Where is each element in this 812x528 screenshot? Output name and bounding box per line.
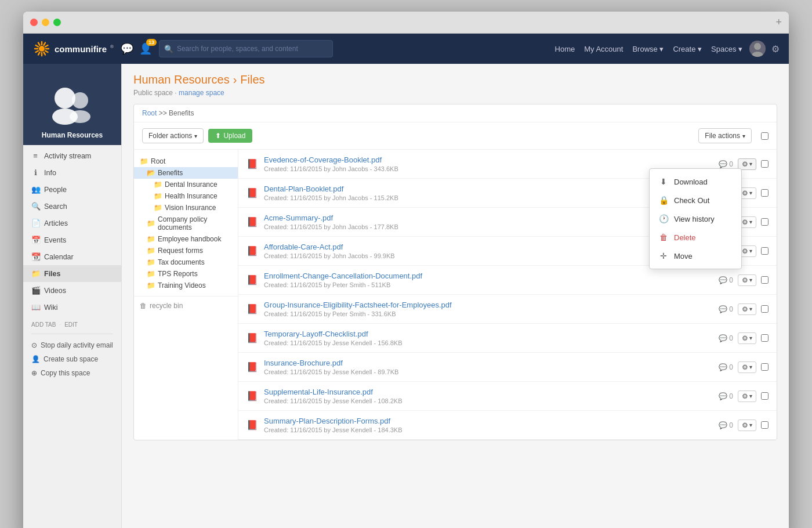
file-checkbox[interactable] [761,421,768,429]
nav-home[interactable]: Home [555,45,575,53]
gear-button[interactable]: ⚙ ▾ [738,361,756,373]
manage-space-link[interactable]: manage space [179,89,224,97]
file-name[interactable]: Summary-Plan-Description-Forms.pdf [264,417,713,425]
sidebar-item-activity[interactable]: ≡ Activity stream [23,147,121,164]
company-policy-label: Company policy documents [158,215,232,232]
context-menu-checkout[interactable]: 🔒 Check Out [650,191,741,209]
sidebar-item-videos[interactable]: 🎬 Videos [23,282,121,299]
file-name[interactable]: Group-Insurance-Eligibility-Factsheet-fo… [264,301,713,309]
folder-actions-label: Folder actions [148,132,192,140]
file-actions-right: 💬 0 ⚙ ▾ [719,390,768,402]
notifications-icon[interactable]: 👤 13 [139,42,152,55]
file-checkbox[interactable] [761,218,768,226]
sidebar-item-info[interactable]: ℹ Info [23,164,121,181]
sidebar-item-wiki[interactable]: 📖 Wiki [23,299,121,316]
svg-line-4 [45,51,48,53]
sidebar-item-files[interactable]: 📁 Files [23,265,121,282]
recycle-bin-item[interactable]: 🗑 recycle bin [140,300,232,312]
svg-line-2 [45,45,48,47]
breadcrumb-space[interactable]: Human Resources [133,73,230,86]
file-info: Enrollment-Change-Cancellation-Document.… [264,272,713,288]
file-checkbox[interactable] [761,363,768,371]
sidebar-item-create-subspace[interactable]: 👤 Create sub space [23,352,121,366]
select-all-checkbox[interactable] [761,132,768,140]
context-menu-history[interactable]: 🕐 View history [650,209,741,228]
minimize-button[interactable] [42,19,49,26]
context-menu-move[interactable]: ✛ Move [650,247,741,265]
avatar[interactable] [749,41,766,57]
file-checkbox[interactable] [761,189,768,197]
file-actions-button[interactable]: File actions ▾ [698,128,752,143]
history-label: View history [674,215,715,223]
file-checkbox[interactable] [761,334,768,342]
file-name[interactable]: Enrollment-Change-Cancellation-Document.… [264,272,713,280]
pdf-icon: 📕 [246,419,258,431]
maximize-button[interactable] [53,19,61,26]
gear-button[interactable]: ⚙ ▾ [738,390,756,402]
file-checkbox[interactable] [761,247,768,255]
file-checkbox[interactable] [761,276,768,284]
tree-tax-documents[interactable]: 📁 Tax documents [134,256,238,268]
sidebar-item-people[interactable]: 👥 People [23,181,121,198]
file-name[interactable]: Supplemental-Life-Insurance.pdf [264,388,713,396]
sidebar-item-articles[interactable]: 📄 Articles [23,215,121,232]
svg-line-10 [36,45,38,47]
file-checkbox[interactable] [761,392,768,400]
sidebar-item-copy-space[interactable]: ⊕ Copy this space [23,366,121,380]
gear-button[interactable]: ⚙ ▾ [738,303,756,315]
tree-training-videos[interactable]: 📁 Training Videos [134,280,238,291]
sidebar-item-search[interactable]: 🔍 Search [23,198,121,215]
file-name[interactable]: Evedence-of-Coverage-Booklet.pdf [264,155,713,164]
folder-actions-button[interactable]: Folder actions ▾ [142,128,204,143]
tree-employee-handbook[interactable]: 📁 Employee handbook [134,233,238,245]
file-name[interactable]: Dental-Plan-Booklet.pdf [264,185,713,193]
sidebar-label-events: Events [44,236,66,244]
sidebar-label-videos: Videos [44,287,66,295]
separator: · [59,321,61,328]
context-menu-download[interactable]: ⬇ Download [650,172,741,191]
logo-text: communifire [55,44,107,54]
nav-spaces[interactable]: Spaces ▾ [711,45,742,53]
file-checkbox[interactable] [761,305,768,313]
tree-tps-reports[interactable]: 📁 TPS Reports [134,268,238,280]
search-input[interactable] [177,45,328,53]
nav-my-account[interactable]: My Account [584,45,623,53]
sidebar-item-stop-email[interactable]: ⊙ Stop daily activity email [23,338,121,352]
root-link[interactable]: Root [142,109,157,117]
space-avatar [46,79,99,131]
tree-vision[interactable]: 📁 Vision Insurance [134,202,238,214]
upload-button[interactable]: ⬆ Upload [208,129,252,143]
tree-company-policy[interactable]: 📁 Company policy documents [134,214,238,233]
tree-dental[interactable]: 📁 Dental Insurance [134,179,238,190]
benefits-icon: 📂 [147,169,155,177]
close-button[interactable] [30,19,38,26]
chat-icon[interactable]: 💬 [121,42,133,55]
tree-benefits[interactable]: 📂 Benefits [134,167,238,179]
settings-icon[interactable]: ⚙ [771,44,780,55]
add-tab-label[interactable]: ADD TAB [31,321,56,328]
tree-root[interactable]: 📁 Root [134,155,238,167]
file-name[interactable]: Insurance-Brochure.pdf [264,359,713,367]
upload-icon: ⬆ [215,132,221,140]
file-actions-right: 💬 0 ⚙ ▾ [719,361,768,373]
gear-button[interactable]: ⚙ ▾ [738,419,756,431]
pdf-icon: 📕 [246,332,258,343]
new-tab-button[interactable]: + [775,16,782,28]
file-name[interactable]: Acme-Summary-.pdf [264,214,713,222]
sidebar-item-events[interactable]: 📅 Events [23,232,121,248]
tree-request-forms[interactable]: 📁 Request forms [134,245,238,256]
table-row: 📕 Temporary-Layoff-Checklist.pdf Created… [238,324,777,353]
recycle-area: 🗑 recycle bin [134,296,238,315]
sidebar-item-calendar[interactable]: 📆 Calendar [23,248,121,265]
nav-create[interactable]: Create ▾ [673,45,702,53]
nav-browse[interactable]: Browse ▾ [632,45,664,53]
upload-label: Upload [223,132,245,140]
context-menu-delete[interactable]: 🗑 Delete [650,228,741,247]
tree-health[interactable]: 📁 Health Insurance [134,190,238,202]
file-name[interactable]: Temporary-Layoff-Checklist.pdf [264,330,713,338]
gear-button[interactable]: ⚙ ▾ [738,274,756,286]
file-checkbox[interactable] [761,160,768,168]
edit-label[interactable]: EDIT [64,321,78,328]
file-name[interactable]: Affordable-Care-Act.pdf [264,243,713,251]
gear-button[interactable]: ⚙ ▾ [738,332,756,344]
